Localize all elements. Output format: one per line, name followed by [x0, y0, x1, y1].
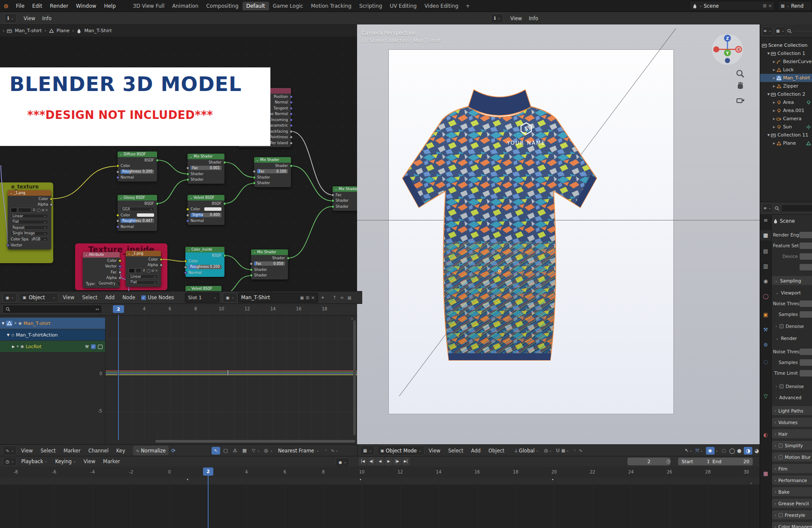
outliner-item-camera[interactable]: ▶Camera	[760, 115, 812, 123]
tab-scene[interactable]: ◉	[760, 276, 771, 286]
menu-add[interactable]: Add	[468, 448, 484, 454]
toggle-denoise[interactable]: ›Denoise	[776, 322, 812, 330]
material-name-field[interactable]: Man_T-Shirt▣⊞×	[238, 293, 318, 303]
menu-help[interactable]: Help	[100, 3, 119, 9]
dropdown-select[interactable]: Linear⌄	[129, 274, 158, 279]
section-hair[interactable]: ›Hair	[772, 429, 812, 438]
menu-view[interactable]: View	[80, 458, 99, 464]
breadcrumb-item[interactable]: Plane	[57, 28, 70, 33]
snap-node-icon[interactable]: ▦	[347, 295, 351, 300]
scene-selector[interactable]: ⌄Scene⊞×	[689, 1, 775, 11]
tab-constraints[interactable]: ◌	[760, 357, 771, 367]
collapse-icon[interactable]: ⌄	[190, 196, 192, 200]
socket-out[interactable]	[290, 101, 293, 104]
value-slider[interactable]: Fac0.050	[254, 261, 285, 266]
socket-out[interactable]	[118, 265, 121, 268]
menu-info[interactable]: Info	[525, 15, 542, 21]
normalize-toggle[interactable]: ∿Normalize	[133, 446, 169, 455]
menu-select[interactable]: Select	[445, 448, 467, 454]
view-layer-selector[interactable]: ▦⌄Rend	[778, 1, 812, 11]
expander-closed-icon[interactable]: ▶	[773, 101, 775, 104]
outliner-item-scene-collection[interactable]: Scene Collection	[760, 41, 812, 49]
mode-dropdown[interactable]: ▣Object Mode⌄	[377, 446, 424, 455]
tweak-tool-button[interactable]: ↖	[212, 447, 220, 455]
section-grease-pencil[interactable]: ›Grease Pencil	[772, 499, 812, 508]
property-field-stub[interactable]	[800, 232, 812, 238]
expander-open-icon[interactable]: ▼	[767, 93, 770, 96]
refresh-icon[interactable]: ⟳	[171, 448, 176, 454]
property-field-stub[interactable]	[800, 264, 812, 270]
dropdown-select[interactable]: sRGB⌄	[30, 237, 48, 241]
shader-node-_1.png[interactable]: ⌄_1.pngColorAlpha…2◯⊞×Linear⌄Flat⌄Repeat…	[8, 190, 51, 249]
expander-closed-icon[interactable]: ▶	[773, 109, 775, 112]
socket-in[interactable]	[184, 266, 187, 269]
toggle-checkbox[interactable]	[779, 384, 784, 388]
pin-icon[interactable]: ⌖	[14, 321, 17, 326]
property-field-stub[interactable]	[800, 243, 812, 249]
value-slider[interactable]: Sigma0.400	[191, 213, 221, 217]
section-checkbox[interactable]	[779, 455, 783, 459]
socket-out[interactable]	[156, 202, 159, 205]
socket-in[interactable]	[116, 164, 119, 167]
xray-toggle[interactable]: ◉	[706, 447, 715, 455]
tab-output[interactable]: ▤	[760, 246, 771, 256]
section-color-management[interactable]: ›Color Management	[772, 522, 812, 528]
socket-out[interactable]	[290, 164, 293, 167]
color-swatch[interactable]	[204, 207, 221, 211]
open-image-icon[interactable]: ⊞	[151, 269, 155, 273]
shader-node-velvet-bsdf[interactable]: ⌄Velvet BSDFBSDFColorSigma0.400Normal	[188, 195, 224, 225]
toggle-checkbox[interactable]	[779, 324, 784, 328]
snap-magnet-icon[interactable]: U	[556, 448, 560, 453]
start-frame-field[interactable]: Start1	[678, 458, 713, 465]
outliner-item-area-001[interactable]: ▶Area.001	[760, 106, 812, 115]
collapse-icon[interactable]: ⌄	[190, 155, 192, 158]
fake-user-icon[interactable]: ◯	[37, 208, 41, 212]
menu-marker[interactable]: Marker	[60, 448, 84, 454]
breadcrumb-item[interactable]: Man_T-Shirt	[84, 28, 112, 33]
pan-hand-tool-icon[interactable]	[736, 81, 745, 91]
socket-in[interactable]	[331, 199, 334, 202]
graph-current-frame-chip[interactable]: 2	[113, 305, 124, 313]
timeline-sidebar-toggle[interactable]: ‹	[750, 480, 755, 486]
graph-hscrollbar[interactable]	[155, 440, 355, 443]
value-slider[interactable]: Roughness0.200	[188, 265, 221, 269]
menu-object[interactable]: Object	[485, 448, 508, 454]
subsection-advanced[interactable]: ›Advanced	[776, 394, 812, 401]
falloff-curve-icon[interactable]: ∿	[330, 448, 334, 453]
shader-node-attribute[interactable]: ⌄AttributeColorVectorFacAlphaType:Geomet…	[83, 252, 120, 288]
menu-select[interactable]: Select	[37, 448, 59, 454]
jump-to-start-button[interactable]: |◀	[359, 457, 367, 465]
section-sampling[interactable]: ⌄Sampling	[772, 276, 812, 285]
copy-icon[interactable]: ⊞	[306, 295, 309, 300]
menu-view[interactable]: View	[59, 294, 78, 300]
add-workspace-button[interactable]: +	[462, 3, 473, 9]
outliner-item-zipper[interactable]: ▶Zipper	[760, 82, 812, 90]
menu-file[interactable]: File	[12, 3, 28, 9]
link-icon[interactable]: ∞	[340, 295, 344, 300]
menu-add[interactable]: Add	[102, 294, 118, 300]
outliner-item-collection-2[interactable]: ▼Collection 2	[760, 90, 812, 98]
collapse-icon[interactable]: ⌄	[120, 196, 122, 200]
outliner-item-collection-1[interactable]: ▼Collection 1	[760, 49, 812, 58]
expander-open-icon[interactable]: ▼	[767, 52, 770, 55]
dropdown-select[interactable]: Repeat⌄	[11, 225, 48, 230]
menu-channel[interactable]: Channel	[85, 448, 112, 454]
shader-node-diffuse-bsdf[interactable]: ⌄Diffuse BSDFBSDFColorRoughness0.200Norm…	[118, 152, 157, 182]
shader-node-mix-shader[interactable]: ⌄Mix ShaderFacShaderShader	[333, 186, 358, 211]
image-name[interactable]: …	[18, 208, 31, 212]
socket-in[interactable]	[250, 274, 253, 277]
expander-closed-icon[interactable]: ▶	[773, 117, 775, 121]
node-header[interactable]: ⌄Mix Shader	[333, 186, 358, 192]
socket-in[interactable]	[186, 214, 189, 217]
tshirt-object[interactable]: SYOUR NAME	[380, 87, 617, 370]
node-header[interactable]: ⌄_1.png	[126, 251, 161, 256]
render-pass-icon[interactable]: ▢	[721, 448, 725, 453]
shading-solid-icon[interactable]: ●	[737, 448, 741, 454]
outliner-item-beziercurve[interactable]: ▶BezierCurve	[760, 58, 812, 66]
collapse-icon[interactable]: ⌄	[335, 188, 337, 191]
section-motion-blur[interactable]: ›Motion Blur	[772, 452, 812, 461]
socket-in[interactable]	[186, 173, 189, 176]
dropdown-select[interactable]: Linear⌄	[11, 214, 48, 218]
menu-view[interactable]: View	[507, 15, 525, 21]
unlink-icon[interactable]: ×	[311, 295, 315, 300]
